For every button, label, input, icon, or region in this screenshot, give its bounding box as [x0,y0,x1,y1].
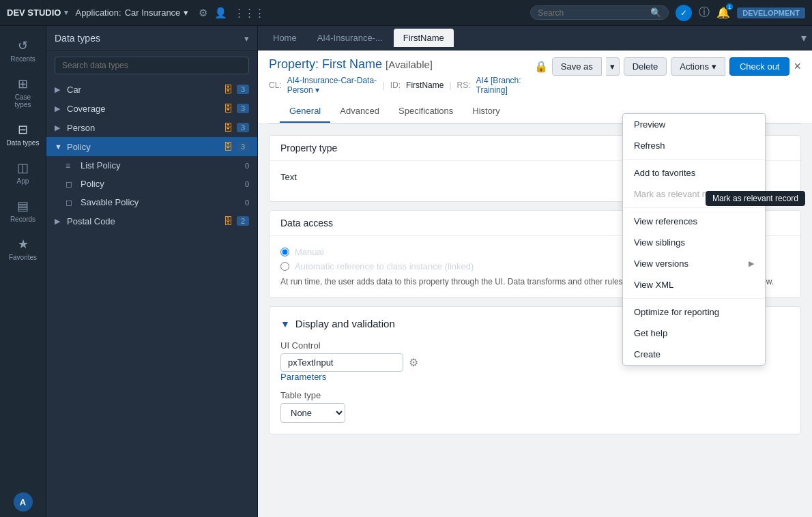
menu-item-view-siblings[interactable]: View siblings [623,232,765,253]
avatar[interactable]: A [14,492,33,512]
tabs-more-icon[interactable]: ▾ [801,31,807,44]
cl-chevron-icon: ▾ [315,85,319,95]
tab-firstname[interactable]: FirstName [394,29,454,47]
delete-button[interactable]: Delete [624,57,667,76]
recents-icon: ↺ [18,38,28,53]
menu-item-create[interactable]: Create [623,344,765,365]
property-title: Property: First Name [Available] [269,57,534,72]
tab-home[interactable]: Home [263,29,306,47]
actions-dropdown: Preview Refresh Add to favorites Mark as… [622,113,766,366]
dt-item-list-policy[interactable]: ≡ List Policy 0 [46,156,257,175]
search-bar[interactable]: 🔍 [530,5,669,20]
app-label: Application: [75,8,121,18]
grid-icon[interactable]: ⋮⋮⋮ [234,7,265,19]
radio-manual-input[interactable] [280,248,289,256]
savable-policy-label: Savable Policy [81,197,241,207]
ctab-specifications[interactable]: Specifications [389,100,463,123]
logo[interactable]: DEV STUDIO ▾ [7,8,68,18]
dt-item-person[interactable]: ▶ Person 🗄 3 [46,118,257,137]
menu-item-view-xml[interactable]: View XML [623,274,765,295]
ctab-history[interactable]: History [463,100,509,123]
sidebar-item-case-types[interactable]: ⊞ Case types [3,71,44,114]
radio-manual-label: Manual [295,247,324,257]
menu-item-get-help[interactable]: Get help [623,323,765,344]
content-area: Home AI4-Insurance-... FirstName ▾ Prope… [258,26,812,517]
sidebar-item-favorites[interactable]: ★ Favorites [3,231,44,267]
dt-item-policy[interactable]: ▼ Policy 🗄 3 [46,137,257,156]
menu-item-view-references[interactable]: View references [623,211,765,232]
topbar-icons: ⚙ 👤 ⋮⋮⋮ [199,7,265,19]
cl-value[interactable]: AI4-Insurance-Car-Data-Person ▾ [287,76,377,95]
dt-item-policy-sub[interactable]: ◻ Policy 0 [46,175,257,193]
id-label: ID: [390,80,401,90]
table-type-select[interactable]: None Standard Compact [280,403,345,423]
ctab-advanced[interactable]: Advanced [330,100,389,123]
tab-ai4-insurance[interactable]: AI4-Insurance-... [308,29,392,47]
tab-bar: Home AI4-Insurance-... FirstName ▾ [258,26,812,50]
ui-control-input[interactable] [280,353,403,372]
app-selector[interactable]: Application: Car Insurance ▾ [75,8,188,18]
sidebar-item-recents[interactable]: ↺ Recents [3,33,44,68]
list-policy-icon: ≡ [66,161,76,171]
prop-header-actions: 🔒 Save as ▾ Delete Actions ▾ Check out × [534,57,801,81]
tooltip-mark-relevant: Mark as relevant record [706,191,805,206]
id-value: FirstName [406,80,444,90]
sidebar-item-data-types[interactable]: ⊟ Data types [3,117,44,152]
lock-button[interactable]: 🔒 [534,60,548,73]
prop-title-status: [Available] [386,59,433,70]
people-icon[interactable]: 👤 [214,7,227,19]
close-button[interactable]: × [794,59,801,74]
actions-button[interactable]: Actions ▾ [671,57,725,76]
settings-icon[interactable]: ⚙ [199,7,207,19]
policy-sub-label: Policy [81,179,241,189]
ui-control-settings-icon[interactable]: ⚙ [409,356,418,369]
person-chevron-icon: ▶ [55,123,63,132]
menu-item-view-versions[interactable]: View versions ▶ [623,253,765,274]
menu-item-add-favorites[interactable]: Add to favorites [623,162,765,183]
menu-divider-2 [623,207,765,208]
menu-item-preview[interactable]: Preview [623,114,765,135]
menu-item-optimize-reporting[interactable]: Optimize for reporting [623,301,765,323]
save-as-button[interactable]: Save as [552,57,602,76]
collapse-icon: ▼ [280,319,290,329]
sidebar-item-records[interactable]: ▤ Records [3,193,44,228]
sidebar-item-app[interactable]: ◫ App [3,155,44,190]
datatypes-title: Data types [55,33,100,44]
dev-badge: DEVELOPMENT [737,8,805,18]
policy-chevron-icon: ▼ [55,143,63,151]
favorites-icon: ★ [18,237,29,252]
rs-value: AI4 [Branch: Training] [476,76,534,95]
search-input[interactable] [538,8,647,18]
dt-item-postal-code[interactable]: ▶ Postal Code 🗄 2 [46,211,257,231]
save-as-arrow-button[interactable]: ▾ [606,57,620,76]
ctab-general[interactable]: General [280,100,330,123]
dt-item-coverage[interactable]: ▶ Coverage 🗄 3 [46,99,257,118]
search-icon: 🔍 [650,8,661,18]
menu-item-refresh[interactable]: Refresh [623,135,765,156]
datatypes-search[interactable] [46,51,257,80]
app-chevron-icon[interactable]: ▾ [184,8,188,18]
policy-badge: 3 [237,142,249,151]
dt-item-savable-policy[interactable]: ◻ Savable Policy 0 [46,193,257,211]
logo-chevron-icon[interactable]: ▾ [64,8,68,17]
list-policy-label: List Policy [81,160,241,171]
dt-item-car[interactable]: ▶ Car 🗄 3 [46,80,257,99]
prop-meta: CL: AI4-Insurance-Car-Data-Person ▾ | ID… [269,76,534,95]
app-name: Car Insurance [125,8,181,18]
confirm-button[interactable]: ✓ [676,5,692,21]
table-type-label: Table type [280,390,789,400]
parameters-link[interactable]: Parameters [280,372,326,382]
info-icon[interactable]: ⓘ [699,5,710,20]
prop-title-name: First Name [322,57,382,71]
menu-divider-1 [623,159,765,160]
cl-label: CL: [269,80,282,90]
menu-divider-3 [623,298,765,299]
notifications-icon[interactable]: 🔔 1 [716,6,730,19]
datatypes-chevron-icon[interactable]: ▾ [244,33,249,44]
check-out-button[interactable]: Check out [729,57,790,76]
radio-automatic-input[interactable] [280,262,289,271]
savable-policy-badge: 0 [245,198,249,207]
datatypes-search-input[interactable] [55,57,249,74]
postal-code-db-icon: 🗄 [223,216,233,226]
topbar: DEV STUDIO ▾ Application: Car Insurance … [0,0,812,26]
